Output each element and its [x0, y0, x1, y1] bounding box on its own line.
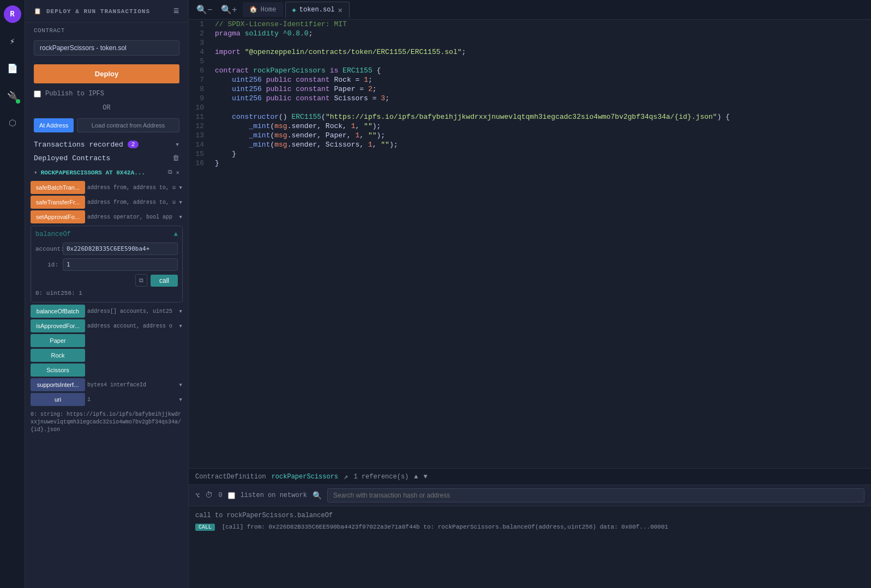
- line-code-12: _mint(msg.sender, Rock, 1, "");: [211, 122, 871, 131]
- contract-label: CONTRACT: [25, 23, 188, 36]
- code-editor[interactable]: 1 // SPDX-License-Identifier: MIT 2 prag…: [189, 20, 871, 468]
- safebatchtran-button[interactable]: safeBatchTran...: [31, 181, 85, 194]
- tab-close-icon[interactable]: ✕: [338, 5, 343, 15]
- transactions-chevron: ▾: [175, 140, 179, 149]
- icon-bar: R ⚡ 📄 🔌 ⬡: [0, 0, 25, 588]
- line-code-11: constructor() ERC1155("https://ipfs.io/i…: [211, 112, 871, 122]
- files-icon[interactable]: 📄: [4, 60, 21, 77]
- deployed-contracts-header[interactable]: Deployed Contracts 🗑: [25, 152, 188, 166]
- line-num-9: 9: [189, 94, 211, 103]
- at-address-button[interactable]: At Address: [34, 118, 74, 132]
- tx-search-input[interactable]: [327, 488, 864, 502]
- setapprovalfo-chevron[interactable]: ▾: [178, 213, 183, 221]
- line-13: 13 _mint(msg.sender, Paper, 1, "");: [189, 131, 871, 140]
- id-input[interactable]: [63, 258, 178, 271]
- transactions-badge: 2: [128, 141, 139, 148]
- home-tab-label: Home: [261, 6, 277, 14]
- rock-button[interactable]: Rock: [31, 349, 85, 362]
- paper-button[interactable]: Paper: [31, 334, 85, 347]
- setapprovalfo-button[interactable]: setApprovalFo...: [31, 210, 85, 223]
- balanceof-name: balanceOf: [35, 231, 71, 238]
- account-label: account:: [35, 246, 63, 252]
- close-instance-icon[interactable]: ✕: [176, 169, 179, 176]
- line-8: 8 uint256 public constant Paper = 2;: [189, 84, 871, 94]
- safetransferfr-button[interactable]: safeTransferFr...: [31, 196, 85, 209]
- line-code-4: import "@openzeppelin/contracts/token/ER…: [211, 47, 871, 57]
- verified-icon[interactable]: 🔌: [4, 87, 21, 105]
- tab-home[interactable]: 🏠 Home: [243, 2, 283, 17]
- call-button[interactable]: call: [151, 275, 178, 287]
- isapprovedfor-button[interactable]: isApprovedFor...: [31, 319, 85, 332]
- uri-params: 1: [87, 397, 176, 403]
- supportsinterf-chevron[interactable]: ▾: [178, 380, 183, 389]
- line-16: 16 }: [189, 159, 871, 168]
- contract-instance-header[interactable]: ▾ ROCKPAPERSCISSORS AT 0X42A... ⧉ ✕: [31, 166, 183, 179]
- isapprovedfor-chevron[interactable]: ▾: [178, 322, 183, 330]
- balanceofbatch-button[interactable]: balanceOfBatch: [31, 305, 85, 318]
- line-num-8: 8: [189, 84, 211, 94]
- balanceofbatch-chevron[interactable]: ▾: [178, 307, 183, 316]
- line-num-12: 12: [189, 122, 211, 131]
- publish-checkbox[interactable]: [34, 90, 41, 98]
- account-input[interactable]: [63, 243, 178, 255]
- trash-icon[interactable]: 🗑: [172, 154, 179, 162]
- bottom-panel: ContractDefinition rockPaperScissors ↗ 1…: [189, 468, 871, 588]
- line-num-3: 3: [189, 38, 211, 47]
- line-10: 10: [189, 103, 871, 112]
- supportsinterf-params: bytes4 interfaceId: [87, 382, 176, 388]
- publish-row: Publish to IPFS: [25, 88, 188, 100]
- deploy-button[interactable]: Deploy: [34, 64, 179, 83]
- line-code-7: uint256 public constant Rock = 1;: [211, 75, 871, 84]
- left-panel: 📋 DEPLOY & RUN TRANSACTIONS ☰ CONTRACT r…: [25, 0, 189, 588]
- at-address-row: At Address Load contract from Address: [25, 116, 188, 135]
- setapprovalfo-params: address operator, bool app: [87, 214, 176, 220]
- zoom-in-button[interactable]: 🔍+: [218, 2, 240, 17]
- ref-link-icon[interactable]: ↗: [344, 472, 348, 481]
- line-2: 2 pragma solidity ^0.8.0;: [189, 29, 871, 38]
- safetransferfr-params: address from, address to, u: [87, 199, 176, 205]
- line-num-2: 2: [189, 29, 211, 38]
- uri-button[interactable]: uri: [31, 393, 85, 406]
- balanceofbatch-params: address[] accounts, uint25: [87, 308, 176, 314]
- id-label: id:: [35, 262, 63, 268]
- safebatchtran-chevron[interactable]: ▾: [178, 183, 183, 192]
- line-code-6: contract rockPaperScissors is ERC1155 {: [211, 66, 871, 75]
- ref-down-arrow[interactable]: ▼: [424, 473, 428, 481]
- uri-chevron[interactable]: ▾: [178, 395, 183, 404]
- method-row-isapprovedfor: isApprovedFor... address account, addres…: [31, 319, 183, 332]
- search-icon[interactable]: 🔍: [313, 491, 322, 500]
- sol-tab-icon: ◈: [292, 6, 296, 14]
- supportsinterf-button[interactable]: supportsInterf...: [31, 378, 85, 391]
- line-code-13: _mint(msg.sender, Paper, 1, "");: [211, 131, 871, 140]
- method-row-safetransferfr: safeTransferFr... address from, address …: [31, 196, 183, 209]
- deploy-icon[interactable]: ⚡: [4, 33, 21, 50]
- isapprovedfor-params: address account, address o: [87, 323, 176, 329]
- contract-select[interactable]: rockPaperScissors - token.sol: [34, 40, 179, 56]
- balanceof-header[interactable]: balanceOf ▲: [35, 231, 178, 238]
- line-9: 9 uint256 public constant Scissors = 3;: [189, 94, 871, 103]
- zoom-out-button[interactable]: 🔍−: [193, 2, 215, 17]
- log-entry: CALL [call] from: 0x226D82B335C6EE590ba4…: [195, 522, 864, 532]
- bottom-toolbar-left: ContractDefinition rockPaperScissors ↗ 1…: [195, 472, 864, 481]
- tab-token-sol[interactable]: ◈ token.sol ✕: [285, 2, 350, 18]
- contract-name-label: rockPaperScissors: [272, 473, 338, 481]
- copy-result-button[interactable]: ⧉: [135, 274, 147, 287]
- safebatchtran-params: address from, address to, u: [87, 185, 176, 191]
- balanceof-id-row: id:: [35, 258, 178, 271]
- line-num-16: 16: [189, 159, 211, 168]
- plugin-icon[interactable]: ⬡: [4, 114, 21, 132]
- load-contract-button[interactable]: Load contract from Address: [77, 118, 179, 132]
- safetransferfr-chevron[interactable]: ▾: [178, 198, 183, 207]
- call-to-line: call to rockPaperScissors.balanceOf: [195, 510, 864, 522]
- line-4: 4 import "@openzeppelin/contracts/token/…: [189, 47, 871, 57]
- scissors-button[interactable]: Scissors: [31, 363, 85, 377]
- expand-icon: ▾: [34, 169, 38, 176]
- ref-up-arrow[interactable]: ▲: [414, 473, 418, 481]
- contract-instance: ▾ ROCKPAPERSCISSORS AT 0X42A... ⧉ ✕ safe…: [25, 166, 188, 435]
- transactions-section-header[interactable]: Transactions recorded 2 ▾: [25, 135, 188, 152]
- transactions-left: Transactions recorded 2: [34, 141, 139, 149]
- listen-checkbox[interactable]: [228, 492, 235, 499]
- copy-address-icon[interactable]: ⧉: [168, 169, 172, 176]
- line-3: 3: [189, 38, 871, 47]
- or-divider: OR: [25, 100, 188, 116]
